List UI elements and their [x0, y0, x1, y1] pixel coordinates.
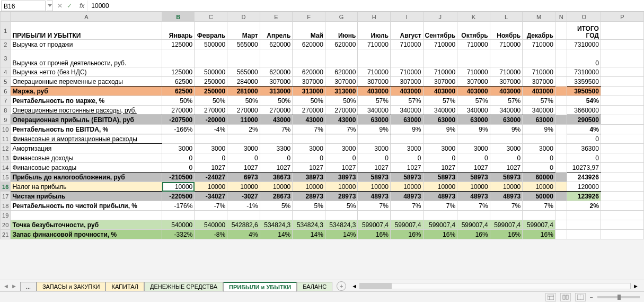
- tab-nav-next-icon[interactable]: ►: [11, 283, 17, 289]
- cell[interactable]: 3000: [523, 144, 555, 153]
- tab-balance[interactable]: БАЛАНС: [297, 282, 332, 291]
- cell-total[interactable]: 120000: [567, 182, 601, 192]
- cell[interactable]: 43000: [325, 115, 358, 125]
- cell[interactable]: 3000: [325, 144, 358, 153]
- cell[interactable]: 38973: [293, 172, 325, 182]
- cell[interactable]: 710000: [523, 40, 555, 49]
- cell[interactable]: [601, 106, 643, 115]
- cell[interactable]: 403000: [358, 87, 391, 96]
- cell[interactable]: 57%: [390, 96, 423, 106]
- cell-total[interactable]: 243926: [567, 172, 601, 182]
- cell-label[interactable]: Точка безубыточности, руб: [11, 220, 162, 230]
- confirm-icon[interactable]: ✓: [67, 2, 72, 10]
- cell[interactable]: 0: [195, 153, 227, 163]
- cell[interactable]: 5%: [293, 201, 325, 211]
- cell[interactable]: 620000: [293, 40, 325, 49]
- cell[interactable]: 5%: [325, 201, 358, 211]
- cell[interactable]: [162, 49, 195, 67]
- cell[interactable]: 58973: [490, 172, 523, 182]
- cell[interactable]: 0: [390, 153, 423, 163]
- cell[interactable]: [555, 22, 567, 40]
- cell-total[interactable]: [567, 220, 601, 230]
- cell[interactable]: 710000: [423, 67, 457, 77]
- name-box-dropdown[interactable]: [47, 1, 53, 11]
- cell[interactable]: 403000: [423, 87, 457, 96]
- cell[interactable]: [293, 49, 325, 67]
- cell[interactable]: 16%: [457, 230, 490, 239]
- cell-title[interactable]: ПРИБЫЛИ И УБЫТКИ: [11, 22, 162, 40]
- cell[interactable]: 307000: [260, 77, 293, 87]
- cell[interactable]: [293, 134, 325, 144]
- row-9[interactable]: 9: [1, 115, 11, 125]
- cell[interactable]: 43000: [293, 115, 325, 125]
- cell-total[interactable]: 290500: [567, 115, 601, 125]
- cell[interactable]: [601, 144, 643, 153]
- cell[interactable]: [601, 153, 643, 163]
- cell[interactable]: 1027: [227, 163, 260, 172]
- cell[interactable]: -34027: [195, 192, 227, 201]
- cell[interactable]: [325, 211, 358, 220]
- cell[interactable]: 14%: [260, 230, 293, 239]
- cell[interactable]: 16%: [358, 230, 391, 239]
- cell[interactable]: 125000: [162, 40, 195, 49]
- cell[interactable]: 1027: [293, 163, 325, 172]
- cell-total[interactable]: 3359500: [567, 77, 601, 87]
- cell[interactable]: [423, 134, 457, 144]
- cell[interactable]: 0: [457, 153, 490, 163]
- cell[interactable]: 270000: [260, 106, 293, 115]
- cell[interactable]: 10000: [358, 182, 391, 192]
- cell-label[interactable]: Прибыль до налогообложения, руб: [11, 172, 162, 182]
- cell[interactable]: 534824,3: [293, 220, 325, 230]
- cell[interactable]: [227, 134, 260, 144]
- cell[interactable]: [457, 49, 490, 67]
- cell[interactable]: 10000: [325, 182, 358, 192]
- tab-pnl[interactable]: ПРИБЫЛИ и УБЫТКИ: [223, 282, 297, 291]
- cell[interactable]: 599007,4: [390, 220, 423, 230]
- cell[interactable]: 270000: [325, 106, 358, 115]
- cell[interactable]: 0: [293, 153, 325, 163]
- cell-month[interactable]: Сентябрь: [423, 22, 457, 40]
- cell[interactable]: 50%: [260, 96, 293, 106]
- cell[interactable]: 0: [423, 153, 457, 163]
- cell[interactable]: 0: [162, 163, 195, 172]
- cell[interactable]: [423, 211, 457, 220]
- cell[interactable]: -220500: [162, 192, 195, 201]
- cell[interactable]: [555, 67, 567, 77]
- cell[interactable]: 7%: [358, 201, 391, 211]
- row-21[interactable]: 21: [1, 230, 11, 239]
- cell-month[interactable]: Март: [227, 22, 260, 40]
- cell[interactable]: 48973: [358, 192, 391, 201]
- cell[interactable]: -207500: [162, 115, 195, 125]
- cell[interactable]: 0: [227, 153, 260, 163]
- cell[interactable]: 38673: [260, 172, 293, 182]
- cell[interactable]: [555, 40, 567, 49]
- cell[interactable]: 710000: [390, 67, 423, 77]
- cell[interactable]: 599007,4: [423, 220, 457, 230]
- cell[interactable]: -8%: [195, 230, 227, 239]
- col-L[interactable]: L: [490, 12, 523, 22]
- row-3[interactable]: 3: [1, 49, 11, 67]
- cell[interactable]: 16%: [390, 230, 423, 239]
- cell[interactable]: 48973: [457, 192, 490, 201]
- view-pagebreak-icon[interactable]: [575, 293, 586, 301]
- cell[interactable]: 7%: [523, 201, 555, 211]
- cell-month[interactable]: Апрель: [260, 22, 293, 40]
- fx-icon[interactable]: fx: [76, 2, 87, 10]
- cell-month[interactable]: Январь: [162, 22, 195, 40]
- row-18[interactable]: 18: [1, 201, 11, 211]
- cell[interactable]: 565000: [227, 40, 260, 49]
- tab-cash[interactable]: ДЕНЕЖНЫЕ СРЕДСТВА: [144, 282, 223, 291]
- cell[interactable]: 307000: [325, 77, 358, 87]
- cell[interactable]: 57%: [523, 96, 555, 106]
- cell[interactable]: -1%: [227, 201, 260, 211]
- cell[interactable]: 534824,3: [260, 220, 293, 230]
- add-sheet-button[interactable]: +: [337, 281, 346, 291]
- cell[interactable]: -24027: [195, 172, 227, 182]
- cell[interactable]: 307000: [390, 77, 423, 87]
- cell[interactable]: 7%: [325, 125, 358, 134]
- cell[interactable]: 58973: [358, 172, 391, 182]
- cell[interactable]: 270000: [293, 106, 325, 115]
- cell[interactable]: [390, 134, 423, 144]
- cell[interactable]: 7%: [423, 201, 457, 211]
- cell[interactable]: 10000: [390, 182, 423, 192]
